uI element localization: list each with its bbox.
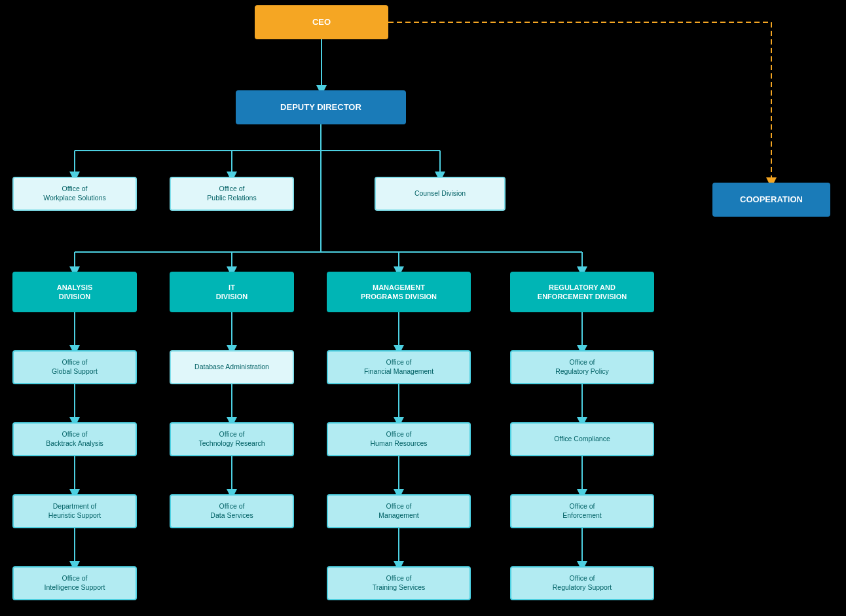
management-label: MANAGEMENTPROGRAMS DIVISION <box>361 283 437 302</box>
compliance-node: Office Compliance <box>510 422 654 456</box>
org-chart: CEO DEPUTY DIRECTOR COOPERATION Office o… <box>0 0 846 616</box>
counsel-label: Counsel Division <box>414 189 466 198</box>
office-mgmt-label: Office ofManagement <box>378 502 418 520</box>
relations-label: Office ofPublic Relations <box>207 185 256 202</box>
financial-label: Office ofFinancial Management <box>364 358 433 376</box>
regulatory-support-node: Office ofRegulatory Support <box>510 566 654 600</box>
database-administration-node: Database Administration <box>170 350 294 384</box>
reg-support-label: Office ofRegulatory Support <box>553 574 612 592</box>
it-division-node: ITDIVISION <box>170 272 294 312</box>
workplace-solutions-node: Office ofWorkplace Solutions <box>12 177 137 211</box>
enforcement-node: Office ofEnforcement <box>510 494 654 528</box>
data-services-label: Office ofData Services <box>210 502 253 520</box>
training-services-node: Office ofTraining Services <box>327 566 471 600</box>
reg-policy-label: Office ofRegulatory Policy <box>555 358 609 376</box>
compliance-label: Office Compliance <box>554 435 610 444</box>
heuristic-support-node: Department ofHeuristic Support <box>12 494 137 528</box>
global-support-node: Office ofGlobal Support <box>12 350 137 384</box>
human-resources-node: Office ofHuman Resources <box>327 422 471 456</box>
deputy-director-node: DEPUTY DIRECTOR <box>236 90 406 124</box>
ceo-node: CEO <box>255 5 388 39</box>
regulatory-label: REGULATORY ANDENFORCEMENT DIVISION <box>538 283 627 302</box>
workplace-label: Office ofWorkplace Solutions <box>43 185 106 202</box>
training-label: Office ofTraining Services <box>373 574 426 592</box>
cooperation-node: COOPERATION <box>712 183 830 217</box>
intelligence-label: Office ofIntelligence Support <box>45 574 105 592</box>
backtrack-label: Office ofBacktrack Analysis <box>46 430 103 448</box>
backtrack-analysis-node: Office ofBacktrack Analysis <box>12 422 137 456</box>
enforcement-label: Office ofEnforcement <box>562 502 602 520</box>
regulatory-enforcement-node: REGULATORY ANDENFORCEMENT DIVISION <box>510 272 654 312</box>
it-label: ITDIVISION <box>216 283 248 302</box>
analysis-label: ANALYSISDIVISION <box>57 283 93 302</box>
deputy-label: DEPUTY DIRECTOR <box>280 102 361 113</box>
ceo-label: CEO <box>312 17 331 28</box>
data-services-node: Office ofData Services <box>170 494 294 528</box>
cooperation-label: COOPERATION <box>740 194 803 206</box>
analysis-division-node: ANALYSISDIVISION <box>12 272 137 312</box>
management-programs-node: MANAGEMENTPROGRAMS DIVISION <box>327 272 471 312</box>
public-relations-node: Office ofPublic Relations <box>170 177 294 211</box>
office-management-node: Office ofManagement <box>327 494 471 528</box>
heuristic-label: Department ofHeuristic Support <box>48 502 101 520</box>
technology-research-node: Office ofTechnology Research <box>170 422 294 456</box>
tech-research-label: Office ofTechnology Research <box>199 430 265 448</box>
db-admin-label: Database Administration <box>194 363 269 372</box>
hr-label: Office ofHuman Resources <box>371 430 428 448</box>
counsel-division-node: Counsel Division <box>375 177 506 211</box>
global-support-label: Office ofGlobal Support <box>52 358 98 376</box>
intelligence-support-node: Office ofIntelligence Support <box>12 566 137 600</box>
regulatory-policy-node: Office ofRegulatory Policy <box>510 350 654 384</box>
financial-management-node: Office ofFinancial Management <box>327 350 471 384</box>
